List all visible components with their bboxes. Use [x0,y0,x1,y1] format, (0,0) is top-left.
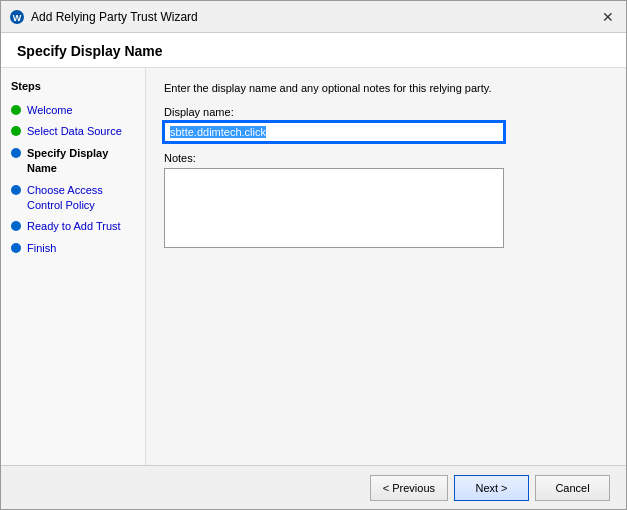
close-button[interactable]: ✕ [598,7,618,27]
sidebar-item-finish: Finish [1,238,145,259]
page-title: Specify Display Name [17,43,610,59]
notes-label: Notes: [164,152,608,164]
window-title: Add Relying Party Trust Wizard [31,10,198,24]
display-name-input[interactable] [164,122,504,142]
next-button[interactable]: Next > [454,475,529,501]
sidebar-item-welcome: Welcome [1,100,145,121]
sidebar-label-finish: Finish [27,241,56,256]
svg-text:W: W [13,13,22,23]
display-name-label: Display name: [164,106,608,118]
previous-button[interactable]: < Previous [370,475,448,501]
sidebar-label-access: Choose Access Control Policy [27,183,135,214]
instruction-text: Enter the display name and any optional … [164,82,608,94]
content-area: Steps Welcome Select Data Source Specify… [1,68,626,465]
step-dot-finish [11,243,21,253]
title-bar: W Add Relying Party Trust Wizard ✕ [1,1,626,33]
step-dot-select [11,126,21,136]
cancel-button[interactable]: Cancel [535,475,610,501]
sidebar-item-choose-access: Choose Access Control Policy [1,180,145,217]
title-bar-left: W Add Relying Party Trust Wizard [9,9,198,25]
sidebar-item-ready: Ready to Add Trust [1,216,145,237]
steps-label: Steps [1,80,145,100]
sidebar-item-specify-display-name: Specify Display Name [1,143,145,180]
sidebar-label-specify: Specify Display Name [27,146,135,177]
sidebar-item-select-data-source: Select Data Source [1,121,145,142]
step-dot-ready [11,221,21,231]
footer: < Previous Next > Cancel [1,465,626,509]
wizard-window: W Add Relying Party Trust Wizard ✕ Speci… [0,0,627,510]
sidebar: Steps Welcome Select Data Source Specify… [1,68,146,465]
main-panel: Enter the display name and any optional … [146,68,626,465]
wizard-icon: W [9,9,25,25]
sidebar-label-welcome: Welcome [27,103,73,118]
sidebar-label-select: Select Data Source [27,124,122,139]
notes-textarea[interactable] [164,168,504,248]
step-dot-specify [11,148,21,158]
page-header: Specify Display Name [1,33,626,68]
step-dot-welcome [11,105,21,115]
step-dot-access [11,185,21,195]
sidebar-label-ready: Ready to Add Trust [27,219,121,234]
